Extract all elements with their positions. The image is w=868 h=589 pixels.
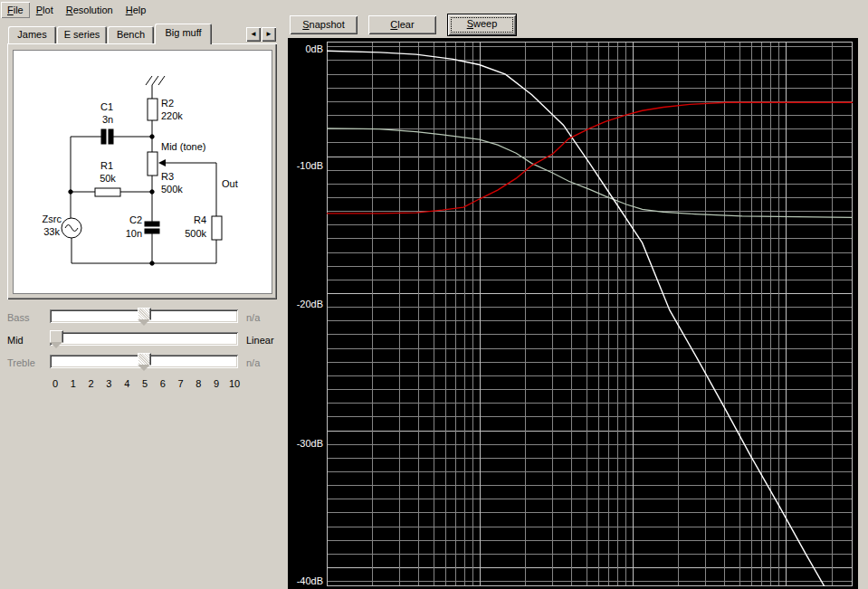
menu-help[interactable]: Help: [119, 2, 153, 18]
circuit-diagram: C1 3n R2 220k Mid (tone) R3 500k Out R1 …: [14, 51, 272, 293]
mid-label: Mid: [7, 335, 47, 346]
mid-tone-label: Mid (tone): [161, 141, 206, 152]
c2-ref-label: C2: [129, 214, 142, 225]
arrow-left-icon: ◄: [250, 30, 257, 38]
tab-scroll-left-button[interactable]: ◄: [246, 27, 261, 42]
out-label: Out: [222, 178, 238, 189]
c1-ref-label: C1: [100, 101, 113, 112]
menu-resolution[interactable]: Resolution: [60, 2, 119, 18]
scale-number: 5: [139, 378, 150, 389]
mid-value-label: Linear: [246, 335, 288, 346]
r4-value-label: 500k: [185, 228, 206, 239]
tab-james[interactable]: James: [8, 26, 56, 43]
r2-ref-label: R2: [161, 98, 174, 109]
scale-number: 6: [157, 378, 168, 389]
menu-plot[interactable]: Plot: [30, 2, 60, 18]
treble-label: Treble: [7, 357, 47, 368]
zsrc-value-label: 33k: [43, 226, 60, 237]
menu-file[interactable]: File: [1, 2, 30, 18]
r1-value-label: 50k: [100, 173, 116, 184]
c1-value-label: 3n: [102, 114, 113, 125]
scale-number: 7: [176, 378, 186, 389]
db-label-10: -10dB: [288, 160, 323, 171]
snapshot-button[interactable]: Snapshot: [290, 15, 358, 34]
bass-slider-thumb: [138, 308, 151, 327]
db-label-40: -40dB: [288, 575, 323, 586]
bass-value-label: n/a: [246, 312, 288, 323]
slider-scale: 012345678910: [50, 378, 240, 389]
mid-slider-track[interactable]: [50, 332, 238, 346]
tab-scroll-right-button[interactable]: ►: [262, 27, 276, 42]
circuit-panel: C1 3n R2 220k Mid (tone) R3 500k Out R1 …: [13, 50, 272, 294]
r4-ref-label: R4: [194, 214, 206, 225]
mid-slider-thumb[interactable]: [50, 330, 63, 349]
scale-number: 2: [86, 378, 97, 389]
tab-bench[interactable]: Bench: [108, 26, 154, 43]
bass-label: Bass: [7, 312, 47, 323]
r2-value-label: 220k: [161, 110, 183, 121]
ground-icon: [146, 76, 165, 85]
plot-panel: 0dB -10dB -20dB -30dB -40dB: [288, 38, 858, 589]
tab-page-big-muff: C1 3n R2 220k Mid (tone) R3 500k Out R1 …: [7, 43, 277, 299]
db-label-0: 0dB: [288, 43, 323, 54]
scale-number: 10: [229, 378, 240, 389]
zsrc-ref-label: Zsrc: [43, 214, 62, 224]
treble-value-label: n/a: [246, 357, 288, 368]
scale-number: 4: [121, 378, 132, 389]
db-label-30: -30dB: [288, 438, 323, 449]
plot-canvas[interactable]: [327, 42, 853, 586]
arrow-right-icon: ►: [265, 30, 272, 38]
tab-big-muff[interactable]: Big muff: [155, 24, 212, 44]
scale-number: 3: [103, 378, 114, 389]
r1-ref-label: R1: [100, 160, 113, 171]
scale-number: 0: [50, 378, 61, 389]
clear-button[interactable]: Clear: [368, 15, 436, 34]
scale-number: 8: [193, 378, 204, 389]
r3-ref-label: R3: [161, 171, 174, 182]
scale-number: 1: [68, 378, 79, 389]
treble-slider-thumb: [138, 353, 151, 372]
scale-number: 9: [211, 378, 222, 389]
r3-value-label: 500k: [161, 184, 183, 195]
sweep-button[interactable]: Sweep: [447, 14, 517, 36]
c2-value-label: 10n: [126, 228, 142, 239]
db-label-20: -20dB: [288, 299, 323, 309]
tone-stack-calculator-window: File Plot Resolution Help Snapshot Clear…: [0, 0, 868, 589]
tab-e-series[interactable]: E series: [57, 26, 107, 43]
